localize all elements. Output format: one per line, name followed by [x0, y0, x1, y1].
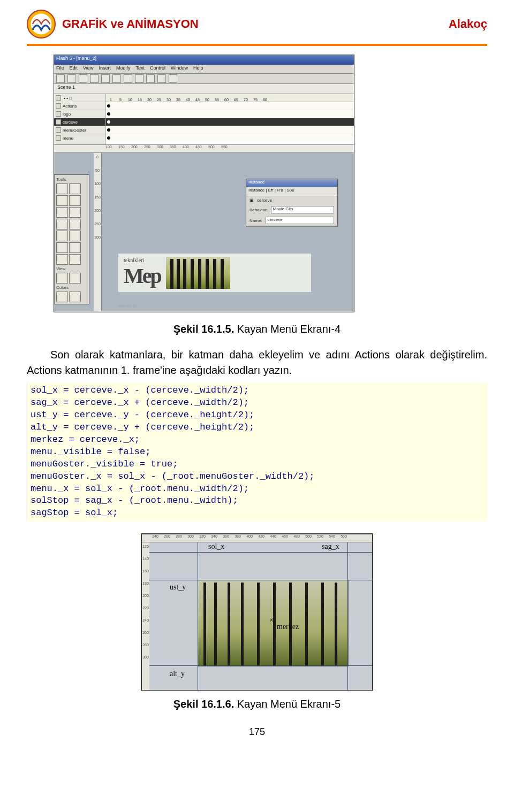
scene-label: Scene 1 — [54, 84, 354, 94]
layer-row-active[interactable]: cerceve — [54, 118, 105, 126]
coord-h-ruler: 2402602803003203403603804004204404604805… — [142, 534, 372, 542]
tool-button[interactable] — [79, 74, 87, 83]
tool-btn[interactable] — [56, 183, 68, 194]
figure1-caption-rest: Kayan Menü Ekranı-4 — [234, 323, 341, 335]
logo-area: teknikleri Mep — [118, 254, 311, 292]
behavior-label: Behavior: — [250, 208, 268, 212]
header-title: GRAFİK ve ANİMASYON — [62, 17, 199, 31]
frames-panel: 15101520253035404550556065707580 — [106, 94, 354, 144]
behavior-row: Behavior: Movie Clip — [246, 204, 337, 215]
label-alt-y: alt_y — [170, 670, 185, 678]
tool-btn[interactable] — [56, 195, 68, 206]
page-header: GRAFİK ve ANİMASYON Alakoç — [27, 0, 487, 43]
menu-item[interactable]: View — [83, 65, 93, 73]
paragraph-1: Son olarak katmanlara, bir katman daha e… — [27, 347, 487, 378]
tool-button[interactable] — [67, 74, 76, 83]
name-row: Name: cerceve — [246, 215, 337, 226]
tool-btn[interactable] — [56, 242, 68, 253]
menu-item[interactable]: File — [56, 65, 64, 73]
figure1-caption: Şekil 16.1.5. Kayan Menü Ekranı-4 — [27, 323, 487, 335]
tool-btn[interactable] — [69, 219, 81, 229]
layer-header: • • □ — [54, 94, 105, 102]
flash-toolbar — [54, 74, 354, 84]
layer-row[interactable]: Actions — [54, 102, 105, 110]
coord-screenshot: 2402602803003203403603804004204404604805… — [141, 533, 373, 691]
tool-button[interactable] — [112, 74, 121, 83]
color-swatch[interactable] — [69, 292, 81, 302]
tool-button[interactable] — [146, 74, 155, 83]
stage: 050100150200250300 Tools View Colors Ins… — [54, 153, 354, 311]
label-merkez: merkez — [277, 623, 299, 631]
header-left: GRAFİK ve ANİMASYON — [27, 10, 199, 39]
menu-item[interactable]: Help — [193, 65, 203, 73]
name-input[interactable]: cerceve — [266, 217, 334, 224]
tool-btn[interactable] — [69, 242, 81, 253]
layer-row[interactable]: menuGoster — [54, 126, 105, 134]
figure2-caption-rest: Kayan Menü Ekranı-5 — [234, 698, 341, 710]
header-author: Alakoç — [449, 17, 487, 31]
horizontal-ruler: 100150200250300350400450500550 — [54, 145, 354, 153]
logo-subtitle: teknikleri — [124, 257, 161, 263]
tool-button[interactable] — [169, 74, 177, 83]
tool-button[interactable] — [124, 74, 132, 83]
coord-v-ruler: 120140160180200220240260280300 — [142, 542, 150, 690]
tool-btn[interactable] — [56, 231, 68, 241]
tool-button[interactable] — [56, 74, 65, 83]
menu-item[interactable]: Control — [150, 65, 165, 73]
brand-footer: Mersin Ü. — [118, 303, 137, 308]
menu-item[interactable]: Edit — [70, 65, 78, 73]
tool-btn[interactable] — [56, 254, 68, 265]
instance-panel-tabs[interactable]: Instance | Eff | Fra | Sou — [246, 187, 337, 196]
label-sag-x: sag_x — [322, 542, 339, 551]
color-swatch[interactable] — [56, 292, 68, 302]
header-rule — [27, 44, 487, 46]
frame-numbers: 15101520253035404550556065707580 — [106, 94, 354, 102]
behavior-select[interactable]: Movie Clip — [271, 206, 334, 213]
menu-item[interactable]: Modify — [116, 65, 131, 73]
actionscript-code: sol_x = cerceve._x - (cerceve._width/2);… — [27, 382, 487, 522]
layer-row[interactable]: logo — [54, 110, 105, 118]
tool-button[interactable] — [157, 74, 166, 83]
instance-panel: Instance Instance | Eff | Fra | Sou ▣cer… — [246, 179, 338, 226]
tool-btn[interactable] — [69, 273, 81, 284]
label-ust-y: ust_y — [170, 583, 186, 592]
tool-button[interactable] — [101, 74, 110, 83]
figure1-caption-bold: Şekil 16.1.5. — [173, 323, 234, 335]
flash-menubar: File Edit View Insert Modify Text Contro… — [54, 65, 354, 74]
university-logo-icon — [27, 10, 56, 39]
name-label: Name: — [250, 218, 262, 223]
figure2-caption: Şekil 16.1.6. Kayan Menü Ekranı-5 — [27, 698, 487, 710]
menu-item[interactable]: Window — [171, 65, 188, 73]
tool-button[interactable] — [90, 74, 99, 83]
coord-stage: sol_x sag_x ust_y alt_y × merkez — [149, 542, 372, 690]
tool-button[interactable] — [135, 74, 143, 83]
tool-btn[interactable] — [69, 195, 81, 206]
tools-colors-header: Colors — [56, 285, 87, 290]
menu-item[interactable]: Text — [135, 65, 145, 73]
figure2-caption-bold: Şekil 16.1.6. — [173, 698, 234, 710]
tool-btn[interactable] — [69, 207, 81, 218]
menu-item[interactable]: Insert — [99, 65, 111, 73]
flash-screenshot: Flash 5 - [menu_2] File Edit View Insert… — [54, 55, 354, 312]
page-number: 175 — [27, 726, 487, 738]
tools-header: Tools — [56, 177, 87, 182]
label-sol-x: sol_x — [208, 542, 224, 551]
logo-text: Mep — [124, 263, 161, 288]
tool-btn[interactable] — [56, 273, 68, 284]
flash-window-title: Flash 5 - [menu_2] — [54, 55, 354, 65]
layer-row[interactable]: menu — [54, 134, 105, 142]
tools-panel: Tools View Colors — [54, 174, 89, 304]
tools-view-header: View — [56, 266, 87, 272]
tool-btn[interactable] — [69, 254, 81, 265]
instance-panel-title: Instance — [246, 179, 337, 187]
timeline: • • □ Actions logo cerceve menuGoster me… — [54, 94, 354, 145]
tool-btn[interactable] — [56, 219, 68, 229]
merkez-x-mark: × — [269, 616, 274, 625]
tool-btn[interactable] — [56, 207, 68, 218]
tool-btn[interactable] — [69, 183, 81, 194]
forest-image — [166, 257, 230, 289]
instance-movie-name: cerceve — [257, 198, 272, 203]
tool-btn[interactable] — [69, 231, 81, 241]
vertical-ruler: 050100150200250300 — [94, 153, 102, 311]
layers-panel: • • □ Actions logo cerceve menuGoster me… — [54, 94, 106, 144]
